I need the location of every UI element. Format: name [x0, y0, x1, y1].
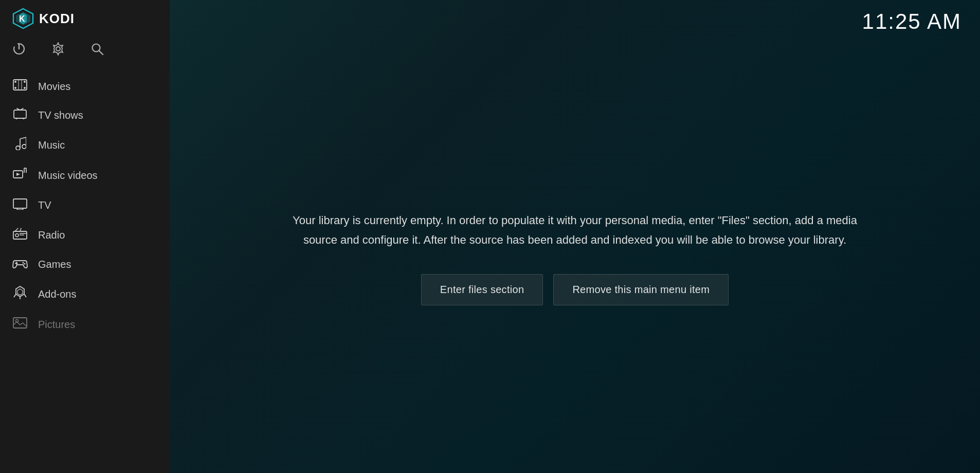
svg-point-11 — [24, 81, 26, 83]
svg-marker-46 — [17, 289, 23, 295]
svg-line-25 — [20, 137, 26, 139]
radio-label: Radio — [38, 229, 65, 241]
sidebar-item-pictures[interactable]: Pictures — [0, 310, 170, 339]
sidebar-item-games[interactable]: Games — [0, 250, 170, 279]
svg-rect-31 — [13, 199, 27, 208]
svg-point-43 — [23, 262, 24, 264]
sidebar-item-radio[interactable]: Radio — [0, 220, 170, 250]
svg-marker-27 — [16, 173, 20, 176]
settings-button[interactable] — [51, 42, 65, 59]
system-icons-row — [0, 37, 170, 68]
power-button[interactable] — [12, 42, 26, 59]
sidebar-item-music[interactable]: Music — [0, 130, 170, 160]
svg-line-48 — [14, 294, 16, 297]
svg-point-22 — [22, 144, 26, 149]
svg-point-10 — [14, 81, 16, 83]
musicvideos-label: Music videos — [38, 170, 98, 181]
remove-menu-item-button[interactable]: Remove this main menu item — [553, 274, 729, 305]
sidebar-header: K KODI — [0, 0, 170, 37]
sidebar-item-musicvideos[interactable]: Music videos — [0, 160, 170, 190]
clock-display: 11:25 AM — [862, 9, 961, 34]
sidebar-nav: Movies TV shows — [0, 68, 170, 473]
sidebar-item-tv[interactable]: TV — [0, 190, 170, 220]
svg-point-36 — [15, 234, 19, 237]
addons-label: Add-ons — [38, 288, 77, 300]
musicvideos-icon — [12, 168, 28, 183]
main-content: 11:25 AM Your library is currently empty… — [170, 0, 980, 473]
svg-line-49 — [24, 294, 26, 297]
movies-icon — [12, 79, 28, 94]
svg-line-19 — [16, 118, 17, 119]
svg-text:K: K — [19, 14, 25, 23]
games-icon — [12, 257, 28, 271]
library-empty-message: Your library is currently empty. In orde… — [292, 211, 858, 249]
movies-label: Movies — [38, 81, 70, 93]
radio-icon — [12, 227, 28, 243]
svg-point-12 — [14, 87, 16, 89]
search-button[interactable] — [90, 42, 104, 59]
tvshows-label: TV shows — [38, 110, 83, 121]
svg-point-6 — [56, 47, 60, 51]
action-buttons: Enter files section Remove this main men… — [421, 274, 729, 305]
music-icon — [12, 137, 28, 153]
svg-point-44 — [24, 263, 26, 265]
svg-point-13 — [24, 87, 26, 89]
svg-line-20 — [23, 118, 24, 119]
music-label: Music — [38, 139, 65, 151]
pictures-icon — [12, 317, 28, 332]
top-bar: 11:25 AM — [170, 0, 980, 43]
enter-files-section-button[interactable]: Enter files section — [421, 274, 543, 305]
games-label: Games — [38, 259, 71, 270]
svg-line-8 — [99, 51, 103, 55]
content-area: Your library is currently empty. In orde… — [170, 43, 980, 473]
tv-label: TV — [38, 199, 51, 211]
svg-rect-16 — [14, 110, 26, 118]
sidebar-item-movies[interactable]: Movies — [0, 72, 170, 101]
sidebar-item-tvshows[interactable]: TV shows — [0, 101, 170, 130]
sidebar-item-addons[interactable]: Add-ons — [0, 279, 170, 310]
sidebar: K KODI — [0, 0, 170, 473]
pictures-label: Pictures — [38, 319, 75, 331]
addons-icon — [12, 286, 28, 302]
svg-rect-14 — [18, 80, 19, 90]
kodi-logo: K KODI — [12, 8, 75, 29]
svg-point-21 — [16, 146, 20, 150]
kodi-logo-icon: K — [12, 8, 34, 29]
svg-rect-15 — [21, 80, 22, 90]
kodi-logo-text: KODI — [39, 11, 75, 27]
tvshows-icon — [12, 108, 28, 122]
tv-icon — [12, 197, 28, 213]
